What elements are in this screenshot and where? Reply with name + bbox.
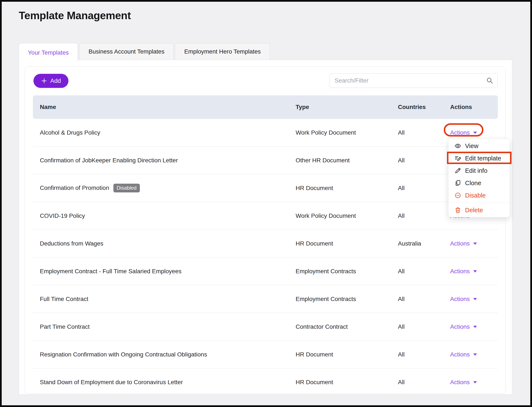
menu-item-label: Clone <box>465 180 481 187</box>
tab-label: Your Templates <box>28 49 69 56</box>
caret-down-icon <box>473 242 478 245</box>
countries-cell: All <box>398 212 450 219</box>
search-input[interactable] <box>329 73 498 88</box>
countries-cell: Australia <box>398 240 450 247</box>
countries-cell: All <box>398 129 450 136</box>
name-cell: Confirmation of JobKeeper Enabling Direc… <box>33 157 296 164</box>
type-cell: HR Document <box>296 185 398 192</box>
actions-button[interactable]: Actions <box>450 240 478 247</box>
templates-panel: Add Name Type Countries Actions Alcohol … <box>19 60 512 395</box>
add-button[interactable]: Add <box>33 74 68 88</box>
name-cell: Part Time Contract <box>33 323 296 330</box>
menu-divider <box>448 203 510 203</box>
page-title: Template Management <box>19 9 131 22</box>
type-cell: Employment Contracts <box>296 268 398 275</box>
countries-cell: All <box>398 351 450 358</box>
name-cell: Deductions from Wages <box>33 240 296 247</box>
countries-cell: All <box>398 185 450 192</box>
countries-cell: All <box>398 296 450 303</box>
menu-item-view[interactable]: View <box>448 140 510 152</box>
disable-icon <box>454 192 461 199</box>
actions-cell: Actions <box>450 240 498 247</box>
trash-icon <box>454 207 461 213</box>
templates-table: Name Type Countries Actions Alcohol & Dr… <box>33 95 498 394</box>
table-header: Name Type Countries Actions <box>33 95 498 119</box>
add-button-label: Add <box>50 78 61 84</box>
tab-business-account-templates[interactable]: Business Account Templates <box>79 43 174 60</box>
menu-item-delete[interactable]: Delete <box>448 204 510 216</box>
actions-button[interactable]: Actions <box>450 296 478 303</box>
actions-cell: Actions <box>450 296 498 303</box>
name-cell: Stand Down of Employment due to Coronavi… <box>33 379 296 386</box>
template-name: Stand Down of Employment due to Coronavi… <box>40 379 183 386</box>
actions-button[interactable]: Actions <box>450 129 478 136</box>
tab-employment-hero-templates[interactable]: Employment Hero Templates <box>175 43 270 60</box>
tab-your-templates[interactable]: Your Templates <box>19 43 78 62</box>
name-cell: Employment Contract - Full Time Salaried… <box>33 268 296 275</box>
caret-down-icon <box>473 325 478 329</box>
type-cell: Work Policy Document <box>296 129 398 136</box>
caret-down-icon <box>473 381 478 384</box>
actions-button[interactable]: Actions <box>450 323 478 330</box>
eye-icon <box>454 142 461 149</box>
menu-item-disable[interactable]: Disable <box>448 189 510 202</box>
table-row: Confirmation of PromotionDisabledHR Docu… <box>33 174 498 202</box>
caret-down-icon <box>473 270 478 273</box>
countries-cell: All <box>398 379 450 386</box>
caret-down-icon <box>473 131 478 134</box>
caret-down-icon <box>473 297 478 301</box>
type-cell: Contractor Contract <box>296 323 398 330</box>
template-name: Full Time Contract <box>40 296 88 303</box>
type-cell: HR Document <box>296 379 398 386</box>
name-cell: Full Time Contract <box>33 296 296 303</box>
menu-item-label: Disable <box>465 192 486 199</box>
name-cell: Resignation Confirmation with Ongoing Co… <box>33 351 296 358</box>
actions-button[interactable]: Actions <box>450 351 478 358</box>
type-cell: Work Policy Document <box>296 212 398 219</box>
caret-down-icon <box>473 353 478 356</box>
tab-label: Business Account Templates <box>88 48 164 55</box>
template-name: COVID-19 Policy <box>40 212 85 219</box>
actions-button-label: Actions <box>450 240 470 247</box>
tab-bar: Your TemplatesBusiness Account Templates… <box>19 43 270 62</box>
actions-cell: Actions <box>450 323 498 330</box>
menu-item-edit-info[interactable]: Edit info <box>448 164 510 177</box>
template-name: Deductions from Wages <box>40 240 103 247</box>
search-icon[interactable] <box>486 77 494 85</box>
table-body: Alcohol & Drugs PolicyWork Policy Docume… <box>33 119 498 394</box>
table-row: Part Time ContractContractor ContractAll… <box>33 313 498 341</box>
templates-card: Add Name Type Countries Actions Alcohol … <box>25 66 506 394</box>
template-name: Alcohol & Drugs Policy <box>40 129 100 136</box>
actions-button-label: Actions <box>450 268 470 275</box>
search-field <box>329 73 498 88</box>
column-header-type: Type <box>296 104 398 110</box>
menu-item-edit-template[interactable]: Edit template <box>448 152 510 164</box>
column-header-actions: Actions <box>450 104 498 110</box>
actions-button-label: Actions <box>450 296 470 303</box>
table-row: Stand Down of Employment due to Coronavi… <box>33 368 498 394</box>
template-name: Part Time Contract <box>40 323 90 330</box>
name-cell: Alcohol & Drugs Policy <box>33 129 296 136</box>
status-badge: Disabled <box>113 184 140 192</box>
actions-cell: Actions <box>450 351 498 358</box>
menu-item-clone[interactable]: Clone <box>448 177 510 189</box>
tab-label: Employment Hero Templates <box>184 48 261 55</box>
menu-item-label: View <box>465 142 478 149</box>
table-row: COVID-19 PolicyWork Policy DocumentAllAc… <box>33 202 498 230</box>
actions-button-label: Actions <box>450 351 470 358</box>
name-cell: Confirmation of PromotionDisabled <box>33 184 296 192</box>
actions-button[interactable]: Actions <box>450 379 478 386</box>
actions-button-label: Actions <box>450 379 470 386</box>
column-header-name: Name <box>33 104 296 110</box>
plus-icon <box>41 78 47 84</box>
actions-button[interactable]: Actions <box>450 268 478 275</box>
table-row: Deductions from WagesHR DocumentAustrali… <box>33 230 498 258</box>
type-cell: Employment Contracts <box>296 296 398 303</box>
edit-template-icon <box>454 155 461 162</box>
table-row: Full Time ContractEmployment ContractsAl… <box>33 285 498 313</box>
pencil-icon <box>454 167 461 174</box>
actions-cell: Actions <box>450 379 498 386</box>
countries-cell: All <box>398 268 450 275</box>
actions-cell: Actions <box>450 129 498 136</box>
name-cell: COVID-19 Policy <box>33 212 296 219</box>
